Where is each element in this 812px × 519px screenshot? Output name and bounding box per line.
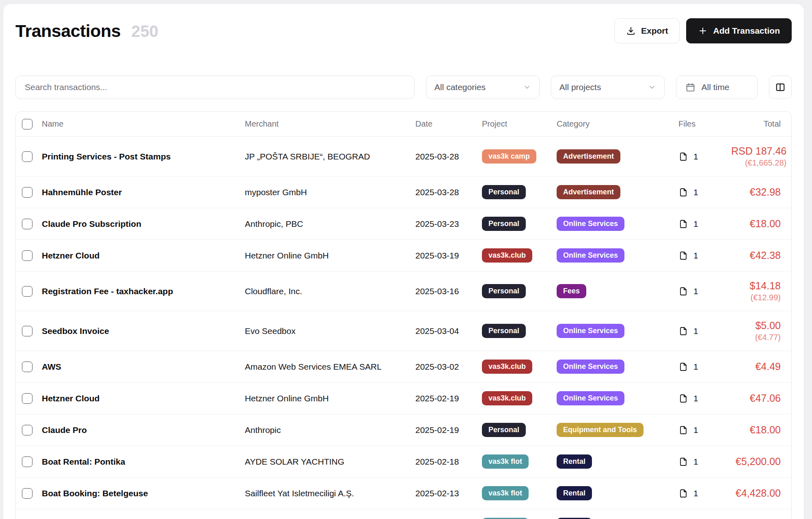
transaction-merchant: Hetzner Online GmbH [245, 251, 415, 261]
project-badge: vas3k flot [482, 486, 529, 500]
category-badge: Fees [557, 284, 586, 298]
column-header-date: Date [415, 119, 482, 129]
transaction-merchant: Cloudflare, Inc. [245, 286, 415, 296]
category-badge: Advertisement [557, 185, 620, 199]
transaction-name: Boat Rental: Pontika [42, 457, 245, 467]
category-badge: Online Services [557, 248, 624, 263]
table-row[interactable]: Boat Booking: Sarisu SteamPro Adria 2025… [16, 509, 791, 519]
table-row[interactable]: Claude Pro Subscription Anthropic, PBC 2… [16, 208, 791, 240]
row-checkbox[interactable] [22, 457, 32, 467]
export-button[interactable]: Export [614, 18, 680, 43]
transaction-name: Seedbox Invoice [42, 326, 245, 336]
category-badge: Rental [557, 486, 592, 500]
row-checkbox[interactable] [22, 187, 32, 198]
column-header-files: Files [678, 119, 731, 129]
category-badge: Equipment and Tools [557, 423, 644, 437]
transactions-table: Name Merchant Date Project Category File… [15, 111, 792, 519]
transaction-name: Claude Pro [42, 425, 245, 435]
file-icon [678, 425, 688, 435]
search-input[interactable] [15, 75, 415, 99]
total-amount: €4.49 [731, 361, 781, 373]
total-amount: $5.00 [731, 320, 781, 332]
project-badge: vas3k flot [482, 454, 529, 469]
category-badge: Online Services [557, 217, 624, 231]
transaction-date: 2025-03-28 [415, 152, 482, 162]
project-badge: Personal [482, 217, 526, 231]
table-header-row: Name Merchant Date Project Category File… [16, 112, 791, 137]
row-checkbox[interactable] [22, 286, 32, 297]
transaction-name: Claude Pro Subscription [42, 219, 245, 229]
add-transaction-button-label: Add Transaction [713, 26, 780, 36]
table-row[interactable]: Registration Fee - taxhacker.app Cloudfl… [16, 271, 791, 311]
category-badge: Rental [557, 454, 592, 469]
transaction-merchant: JP „POŠTA SRBIJE“, BEOGRAD [245, 152, 415, 162]
select-all-checkbox[interactable] [22, 119, 32, 129]
project-filter-select[interactable]: All projects [551, 75, 665, 99]
table-row[interactable]: Hahnemühle Poster myposter GmbH 2025-03-… [16, 177, 791, 208]
project-filter-value: All projects [559, 82, 601, 92]
total-amount: $14.18 [731, 280, 781, 292]
chevron-down-icon [523, 83, 531, 91]
project-badge: Personal [482, 324, 526, 338]
add-transaction-button[interactable]: Add Transaction [686, 18, 792, 43]
table-row[interactable]: Hetzner Cloud Hetzner Online GmbH 2025-0… [16, 240, 791, 271]
table-row[interactable]: Seedbox Invoice Evo Seedbox 2025-03-04 P… [16, 311, 791, 351]
category-filter-select[interactable]: All categories [426, 75, 540, 99]
row-checkbox[interactable] [22, 362, 32, 372]
transaction-merchant: Amazon Web Services EMEA SARL [245, 362, 415, 372]
transactions-count: 250 [131, 22, 158, 41]
transaction-date: 2025-03-04 [415, 326, 482, 336]
transaction-merchant: Hetzner Online GmbH [245, 394, 415, 403]
category-badge: Online Services [557, 391, 624, 405]
row-checkbox[interactable] [22, 326, 32, 336]
row-checkbox[interactable] [22, 250, 32, 261]
transaction-name: Boat Booking: Betelgeuse [42, 489, 245, 498]
chevron-down-icon [648, 83, 656, 91]
total-amount: €42.38 [731, 250, 781, 261]
column-header-total: Total [731, 119, 791, 129]
files-count: 1 [693, 394, 698, 403]
download-icon [626, 26, 636, 36]
table-row[interactable]: Hetzner Cloud Hetzner Online GmbH 2025-0… [16, 383, 791, 414]
total-converted: (€1,665.28) [731, 158, 786, 168]
header-actions: Export Add Transaction [614, 18, 792, 43]
category-badge: Online Services [557, 360, 624, 374]
transaction-name: AWS [42, 362, 245, 372]
file-icon [678, 187, 688, 197]
date-range-value: All time [702, 82, 730, 92]
total-amount: RSD 187.46 [731, 145, 786, 157]
plus-icon [698, 26, 708, 36]
calendar-icon [685, 82, 695, 93]
table-row[interactable]: Claude Pro Anthropic 2025-02-19 Personal… [16, 414, 791, 446]
files-count: 1 [693, 187, 698, 197]
total-converted: (€12.99) [731, 293, 781, 302]
transaction-merchant: Evo Seedbox [245, 326, 415, 336]
column-settings-button[interactable] [769, 75, 792, 99]
transaction-date: 2025-02-19 [415, 394, 482, 403]
column-header-category: Category [557, 119, 678, 129]
date-range-button[interactable]: All time [676, 75, 758, 99]
table-row[interactable]: AWS Amazon Web Services EMEA SARL 2025-0… [16, 351, 791, 383]
export-button-label: Export [641, 26, 668, 36]
table-body: Printing Services - Post Stamps JP „POŠT… [16, 137, 791, 519]
project-badge: Personal [482, 284, 526, 298]
files-count: 1 [693, 489, 698, 498]
total-amount: €5,200.00 [731, 456, 781, 467]
transaction-date: 2025-03-28 [415, 187, 482, 197]
transaction-name: Registration Fee - taxhacker.app [42, 286, 245, 296]
column-header-name: Name [42, 119, 245, 129]
row-checkbox[interactable] [22, 219, 32, 229]
columns-icon [775, 82, 786, 93]
transaction-merchant: Sailfleet Yat Isletmeciligi A.Ş. [245, 489, 415, 498]
project-badge: Personal [482, 185, 526, 199]
total-amount: €18.00 [731, 218, 781, 230]
row-checkbox[interactable] [22, 151, 32, 162]
table-row[interactable]: Boat Rental: Pontika AYDE SOLAR YACHTING… [16, 446, 791, 478]
project-badge: vas3k.club [482, 360, 532, 374]
table-row[interactable]: Printing Services - Post Stamps JP „POŠT… [16, 137, 791, 177]
table-row[interactable]: Boat Booking: Betelgeuse Sailfleet Yat I… [16, 478, 791, 509]
row-checkbox[interactable] [22, 488, 32, 499]
row-checkbox[interactable] [22, 425, 32, 435]
row-checkbox[interactable] [22, 393, 32, 404]
project-badge: Personal [482, 423, 526, 437]
